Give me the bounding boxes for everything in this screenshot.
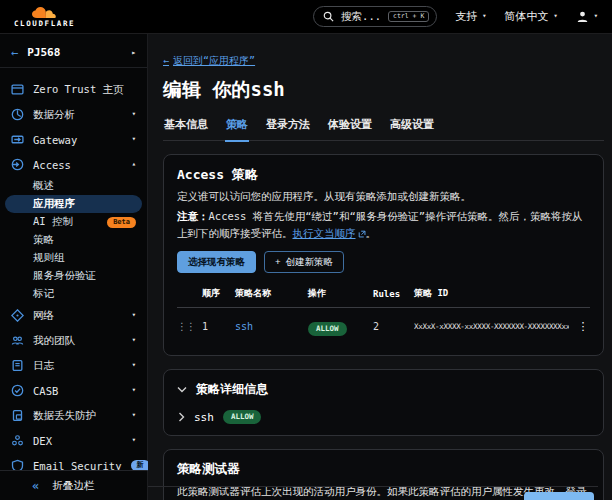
sidebar-item-label: 网络 [33, 309, 54, 323]
external-link-icon [358, 230, 366, 238]
sidebar-subitem-service-auth[interactable]: 服务身份验证 [0, 267, 147, 285]
sidebar: ← PJ568 ▸ Zero Trust 主页 数据分析 ▾ Gateway ▾ [0, 34, 148, 500]
policy-name-link[interactable]: ssh [235, 321, 301, 332]
plus-icon: + [275, 256, 281, 268]
tab-bar: 基本信息 策略 登录方法 体验设置 高级设置 [163, 117, 604, 141]
sidebar-item-gateway[interactable]: Gateway ▾ [0, 127, 147, 152]
sidebar-item-label: Access [33, 159, 71, 171]
search-placeholder: 搜索... [341, 10, 381, 24]
sidebar-item-label: 数据丢失防护 [33, 409, 96, 423]
sidebar-item-analytics[interactable]: 数据分析 ▾ [0, 102, 147, 127]
sidebar-item-label: AI 控制 [33, 215, 73, 229]
select-existing-policy-button[interactable]: 选择现有策略 [177, 251, 256, 273]
note-label: 注意： [177, 210, 209, 222]
tab-advanced-settings[interactable]: 高级设置 [389, 117, 435, 140]
policy-details-toggle[interactable]: 策略详细信息 [177, 381, 590, 398]
chevron-down-icon: ▾ [132, 136, 136, 143]
sidebar-item-networks[interactable]: 网络 ▾ [0, 303, 147, 328]
sidebar-item-logs[interactable]: 日志 ▾ [0, 353, 147, 378]
dex-icon [11, 434, 24, 447]
account-menu[interactable]: ▾ [576, 10, 598, 23]
global-search[interactable]: 搜索... ctrl + K [313, 6, 437, 27]
sidebar-item-my-team[interactable]: 我的团队 ▾ [0, 328, 147, 353]
back-to-applications-link[interactable]: ← 返回到“应用程序” [163, 54, 255, 68]
page-title: 编辑 你的ssh [163, 77, 604, 103]
row-policy-id: XxXxX-xXXXX-xxXXXX-XXXXXXX-XXXXXXXXxxxX [414, 322, 569, 331]
sidebar-item-label: 我的团队 [33, 334, 75, 348]
support-label: 支持 [455, 9, 477, 24]
home-icon [11, 83, 24, 96]
chevron-right-icon [178, 412, 185, 422]
cloudflare-logo[interactable]: CLOUDFLARE [14, 6, 75, 28]
top-bar: CLOUDFLARE 搜索... ctrl + K 支持 ▾ 简体中文 ▾ [0, 0, 612, 34]
tab-experience-settings[interactable]: 体验设置 [327, 117, 373, 140]
sidebar-item-label: 概述 [33, 179, 54, 193]
row-menu-button[interactable]: ⋮ [576, 320, 590, 333]
action-cell: ALLOW [308, 316, 366, 336]
sidebar-item-zero-trust-home[interactable]: Zero Trust 主页 [0, 77, 147, 102]
sidebar-item-label: 应用程序 [33, 197, 75, 211]
policy-details-title: 策略详细信息 [196, 381, 268, 398]
account-switcher[interactable]: ← PJ568 ▸ [0, 38, 147, 68]
support-menu[interactable]: 支持 ▾ [455, 9, 486, 24]
drag-handle[interactable]: ⋮⋮ [177, 321, 195, 332]
back-arrow-icon: ← [163, 55, 169, 66]
allow-badge: ALLOW [223, 410, 262, 424]
team-icon [11, 334, 24, 347]
sidebar-item-access[interactable]: Access ▴ [0, 152, 147, 177]
search-icon [323, 11, 334, 22]
save-button-partial[interactable] [524, 492, 594, 500]
access-icon [11, 158, 24, 171]
policy-tester-title: 策略测试器 [177, 461, 590, 478]
sidebar-subitem-policies[interactable]: 策略 [0, 231, 147, 249]
sidebar-subitem-ai-controls[interactable]: AI 控制 Beta [0, 213, 147, 231]
sidebar-item-label: 日志 [33, 359, 54, 373]
chevron-down-icon: ▾ [132, 412, 136, 419]
sidebar-subitem-applications[interactable]: 应用程序 [5, 195, 142, 213]
beta-badge: Beta [107, 217, 136, 228]
tab-policies[interactable]: 策略 [225, 117, 249, 140]
tab-login-methods[interactable]: 登录方法 [265, 117, 311, 140]
chevron-down-icon: ▾ [132, 111, 136, 118]
chevron-right-icon: ▸ [131, 48, 136, 57]
cloudflare-cloud-icon [30, 6, 60, 19]
column-rules: Rules [373, 289, 407, 299]
access-policies-description: 定义谁可以访问您的应用程序。从现有策略添加或创建新策略。 [177, 188, 590, 204]
note-text: Access 将首先使用“绕过”和“服务身份验证”操作评估策略。然后，策略将按从… [177, 210, 583, 238]
sidebar-item-dex[interactable]: DEX ▾ [0, 428, 147, 453]
sidebar-item-dlp[interactable]: 数据丢失防护 ▾ [0, 403, 147, 428]
cloudflare-zero-trust-app: CLOUDFLARE 搜索... ctrl + K 支持 ▾ 简体中文 ▾ [0, 0, 612, 500]
sidebar-subitem-overview[interactable]: 概述 [0, 177, 147, 195]
sidebar-item-casb[interactable]: CASB ▾ [0, 378, 147, 403]
sidebar-item-label: 规则组 [33, 251, 65, 265]
sidebar-subitem-tags[interactable]: 标记 [0, 285, 147, 303]
chevron-down-icon [177, 386, 187, 393]
tab-basic-info[interactable]: 基本信息 [163, 117, 209, 140]
create-new-policy-button[interactable]: + 创建新策略 [264, 251, 344, 273]
sidebar-item-label: 策略 [33, 233, 54, 247]
sidebar-nav: Zero Trust 主页 数据分析 ▾ Gateway ▾ Access ▴ [0, 68, 147, 478]
sidebar-item-label: DEX [33, 435, 52, 447]
policy-table: 顺序 策略名称 操作 Rules 策略 ID ⋮⋮ 1 ssh ALLOW 2 … [177, 283, 590, 344]
sidebar-subitem-rule-groups[interactable]: 规则组 [0, 249, 147, 267]
collapse-sidebar-button[interactable]: « 折叠边栏 [0, 470, 147, 500]
enforcement-order-link[interactable]: 执行文当顺序 [293, 227, 356, 239]
sidebar-item-label: 数据分析 [33, 108, 75, 122]
network-icon [11, 309, 24, 322]
language-menu[interactable]: 简体中文 ▾ [505, 9, 558, 24]
casb-icon [11, 384, 24, 397]
chevron-down-icon: ▾ [482, 13, 486, 20]
create-new-policy-label: 创建新策略 [286, 256, 334, 268]
chevron-down-icon: ▾ [594, 13, 598, 20]
policy-details-row-ssh[interactable]: ssh ALLOW [177, 410, 590, 424]
access-policies-card: Access 策略 定义谁可以访问您的应用程序。从现有策略添加或创建新策略。 注… [163, 154, 604, 356]
sidebar-item-label: 标记 [33, 287, 54, 301]
chevron-down-icon: ▾ [132, 387, 136, 394]
logs-icon [11, 359, 24, 372]
logo-wordmark: CLOUDFLARE [14, 20, 75, 28]
column-policy-name: 策略名称 [235, 287, 301, 300]
dlp-icon [11, 409, 24, 422]
search-shortcut-badge: ctrl + K [388, 11, 429, 23]
chevron-down-icon: ▾ [132, 312, 136, 319]
table-row: ⋮⋮ 1 ssh ALLOW 2 XxXxX-xXXXX-xxXXXX-XXXX… [177, 308, 590, 344]
